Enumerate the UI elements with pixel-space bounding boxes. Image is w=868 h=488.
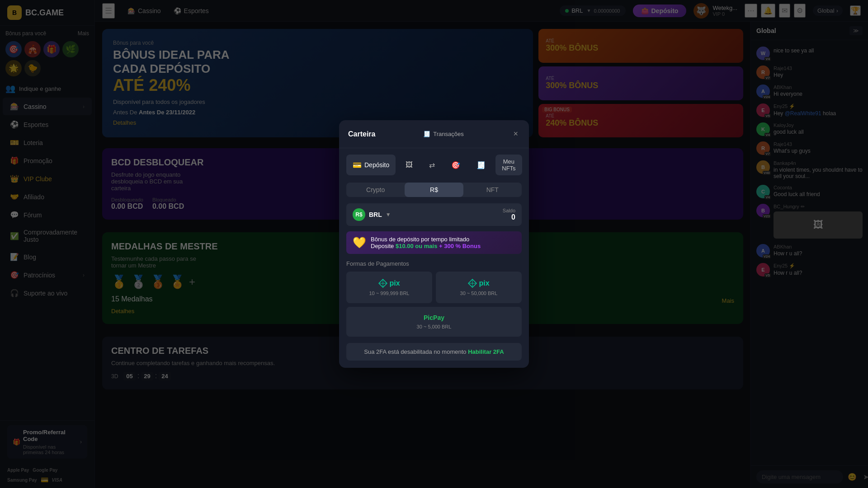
modal-title: Carteira [348, 130, 375, 138]
tab5-icon: 🧾 [476, 161, 486, 169]
tab4-icon: 🎯 [451, 161, 460, 169]
bonus-banner-icon: 💛 [353, 236, 366, 249]
bonus-amount: $10.00 ou mais [396, 243, 438, 249]
twofa-link[interactable]: Habilitar 2FA [468, 348, 504, 355]
modal-header: Carteira 🧾 Transações × [339, 120, 529, 148]
tab3-icon: ⇄ [429, 161, 435, 169]
currency-dropdown-icon[interactable]: ▼ [386, 211, 391, 218]
payment-pix-1[interactable]: pix 10 ~ 999,999 BRL [346, 272, 432, 303]
currency-icon: R$ [353, 208, 365, 221]
nft-button[interactable]: Meu NFTs [495, 155, 522, 175]
payment-section-label: Formas de Pagamentos [346, 260, 522, 267]
currency-symbol: R$ [355, 211, 362, 218]
modal-tabs: 💳 Depósito 🖼 ⇄ 🎯 🧾 Meu NFTs [339, 148, 529, 175]
pix1-range: 10 ~ 999,999 BRL [369, 291, 410, 296]
modal-body: Crypto R$ NFT R$ BRL ▼ Saldo 0 💛 [339, 175, 529, 368]
tab-deposito[interactable]: 💳 Depósito [346, 155, 396, 175]
bonus-plus: + 300 % Bonus [439, 243, 481, 249]
twofa-text: Sua 2FA está desabilitada no momento [364, 348, 466, 355]
currency-selector-row: R$ BRL ▼ Saldo 0 [346, 203, 522, 226]
subtab-nft[interactable]: NFT [463, 183, 522, 197]
pix2-text: pix [479, 279, 489, 287]
transactions-link[interactable]: 🧾 Transações [423, 131, 463, 137]
bonus-banner: 💛 Bônus de depósito por tempo limitado D… [346, 231, 522, 254]
modal-overlay: Carteira 🧾 Transações × 💳 Depósito 🖼 ⇄ 🎯 [0, 0, 868, 488]
balance-label: Saldo [503, 208, 515, 213]
twofa-bar: Sua 2FA está desabilitada no momento Hab… [346, 343, 522, 361]
modal-subtabs: Crypto R$ NFT [346, 183, 522, 197]
receipt-icon: 🧾 [423, 131, 430, 137]
tab2-icon: 🖼 [406, 161, 413, 169]
currency-balance: Saldo 0 [503, 208, 515, 221]
pix2-range: 30 ~ 50,000 BRL [460, 291, 498, 296]
payment-row-1: pix 10 ~ 999,999 BRL pix [346, 272, 522, 303]
deposit-tab-icon: 💳 [353, 161, 362, 169]
deposit-tab-label: Depósito [364, 161, 389, 169]
bonus-banner-content: Bônus de depósito por tempo limitado Dep… [371, 236, 481, 249]
balance-amount: 0 [503, 213, 515, 221]
payment-picpay[interactable]: PicPay 30 ~ 5,000 BRL [346, 307, 522, 337]
modal-close-button[interactable]: × [511, 127, 520, 141]
tab-3[interactable]: ⇄ [423, 155, 441, 175]
tab-2[interactable]: 🖼 [399, 155, 419, 175]
picpay-range: 30 ~ 5,000 BRL [417, 324, 452, 329]
picpay-logo: PicPay [424, 314, 444, 321]
pix1-logo: pix [378, 279, 400, 288]
subtab-crypto[interactable]: Crypto [346, 183, 405, 197]
pix1-text: pix [389, 279, 400, 287]
bonus-banner-text: Bônus de depósito por tempo limitado [371, 236, 481, 243]
tab-5[interactable]: 🧾 [470, 155, 492, 175]
payment-row-2: PicPay 30 ~ 5,000 BRL [346, 307, 522, 337]
pix2-logo: pix [468, 279, 489, 288]
tab-4[interactable]: 🎯 [445, 155, 467, 175]
currency-left: R$ BRL ▼ [353, 208, 391, 221]
payment-methods-list: pix 10 ~ 999,999 BRL pix [346, 272, 522, 337]
bonus-deposit-text: Deposite $10.00 ou mais + 300 % Bonus [371, 243, 481, 249]
picpay-text: PicPay [424, 314, 444, 321]
transactions-label: Transações [433, 131, 463, 137]
pix2-svg-icon [468, 279, 477, 288]
wallet-modal: Carteira 🧾 Transações × 💳 Depósito 🖼 ⇄ 🎯 [339, 120, 529, 368]
payment-pix-2[interactable]: pix 30 ~ 50,000 BRL [436, 272, 522, 303]
pix1-svg-icon [378, 279, 387, 288]
currency-name: BRL [369, 211, 382, 218]
subtab-brl[interactable]: R$ [405, 183, 463, 197]
